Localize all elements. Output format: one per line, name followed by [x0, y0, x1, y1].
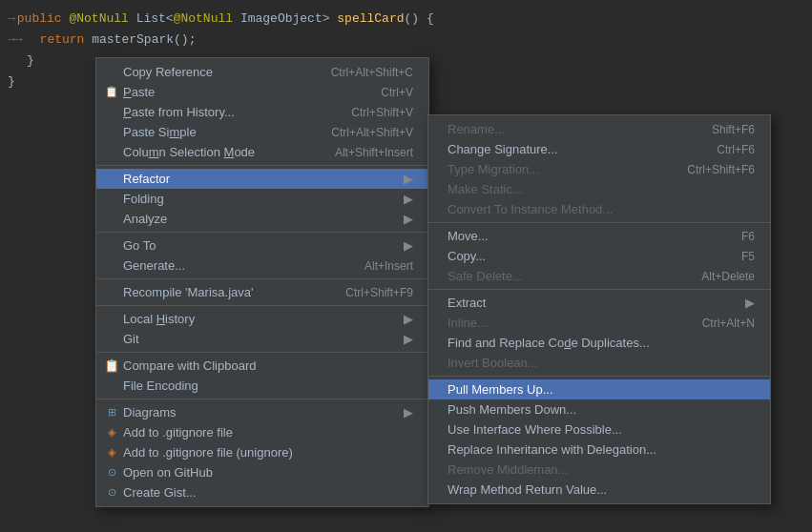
menu-analyze[interactable]: Analyze ▶ — [96, 209, 428, 229]
menu-wrap-method[interactable]: Wrap Method Return Value... — [428, 480, 770, 500]
menu-file-encoding[interactable]: File Encoding — [96, 376, 428, 396]
menu-open-github[interactable]: ⊙ Open on GitHub — [96, 462, 428, 482]
menu-local-history[interactable]: Local History ▶ — [96, 309, 428, 329]
menu-paste-history[interactable]: Paste from History... Ctrl+Shift+V — [96, 102, 428, 122]
menu-rename[interactable]: Rename... Shift+F6 — [428, 119, 770, 139]
menu-convert-instance[interactable]: Convert To Instance Method... — [428, 199, 770, 219]
gitignore-unignore-icon: ◈ — [104, 445, 119, 460]
menu-refactor[interactable]: Refactor ▶ — [96, 169, 428, 189]
menu-change-signature[interactable]: Change Signature... Ctrl+F6 — [428, 139, 770, 159]
paste-icon: 📋 — [104, 85, 119, 100]
menu-copy[interactable]: Copy... F5 — [428, 246, 770, 266]
separator-6 — [96, 399, 428, 399]
clipboard-icon: 📋 — [104, 358, 119, 374]
separator-2 — [96, 232, 428, 233]
menu-recompile[interactable]: Recompile 'Marisa.java' Ctrl+Shift+F9 — [96, 282, 428, 302]
right-separator-2 — [428, 289, 770, 290]
menu-use-interface[interactable]: Use Interface Where Possible... — [428, 419, 770, 440]
menu-add-gitignore-unignore[interactable]: ◈ Add to .gitignore file (unignore) — [96, 442, 428, 462]
menu-find-replace-duplicates[interactable]: Find and Replace Code Duplicates... — [428, 333, 770, 353]
menu-column-selection[interactable]: Column Selection Mode Alt+Shift+Insert — [96, 142, 428, 162]
context-menu-left: Copy Reference Ctrl+Alt+Shift+C 📋 Paste … — [95, 57, 429, 507]
menu-add-gitignore[interactable]: ◈ Add to .gitignore file — [96, 422, 428, 442]
menu-make-static[interactable]: Make Static... — [428, 179, 770, 199]
menu-create-gist[interactable]: ⊙ Create Gist... — [96, 482, 428, 502]
menu-type-migration[interactable]: Type Migration... Ctrl+Shift+F6 — [428, 159, 770, 179]
menu-copy-reference[interactable]: Copy Reference Ctrl+Alt+Shift+C — [96, 62, 428, 82]
right-separator-3 — [428, 376, 770, 377]
menu-push-members-down[interactable]: Push Members Down... — [428, 399, 770, 419]
arrow-icon: → — [8, 11, 15, 26]
menu-remove-middleman[interactable]: Remove Middleman... — [428, 460, 770, 480]
menu-generate[interactable]: Generate... Alt+Insert — [96, 256, 428, 276]
code-line-2: →→ return masterSpark(); — [0, 29, 812, 50]
diagrams-icon: ⊞ — [104, 405, 119, 420]
menu-invert-boolean[interactable]: Invert Boolean... — [428, 353, 770, 373]
separator-4 — [96, 305, 428, 306]
right-separator-1 — [428, 222, 770, 223]
menu-goto[interactable]: Go To ▶ — [96, 235, 428, 256]
menu-diagrams[interactable]: ⊞ Diagrams ▶ — [96, 402, 428, 422]
arrow-icon-2: →→ — [8, 32, 23, 47]
context-menu-refactor: Rename... Shift+F6 Change Signature... C… — [427, 114, 771, 504]
separator-5 — [96, 352, 428, 353]
menu-pull-members-up[interactable]: Pull Members Up... — [428, 379, 770, 399]
menu-replace-inheritance[interactable]: Replace Inheritance with Delegation... — [428, 440, 770, 460]
gitignore-icon: ◈ — [104, 425, 119, 440]
github-icon: ⊙ — [104, 465, 119, 481]
separator-3 — [96, 278, 428, 279]
menu-compare-clipboard[interactable]: 📋 Compare with Clipboard — [96, 356, 428, 376]
menu-git[interactable]: Git ▶ — [96, 329, 428, 349]
menu-move[interactable]: Move... F6 — [428, 226, 770, 246]
menu-safe-delete[interactable]: Safe Delete... Alt+Delete — [428, 266, 770, 286]
separator-1 — [96, 165, 428, 166]
gist-icon: ⊙ — [104, 485, 119, 501]
menu-extract[interactable]: Extract ▶ — [428, 293, 770, 313]
code-line-1: → public @NotNull List< @NotNull ImageOb… — [0, 8, 812, 29]
menu-paste-simple[interactable]: Paste Simple Ctrl+Alt+Shift+V — [96, 122, 428, 142]
menu-paste[interactable]: 📋 Paste Ctrl+V — [96, 82, 428, 102]
menu-inline[interactable]: Inline... Ctrl+Alt+N — [428, 313, 770, 333]
menu-folding[interactable]: Folding ▶ — [96, 189, 428, 209]
